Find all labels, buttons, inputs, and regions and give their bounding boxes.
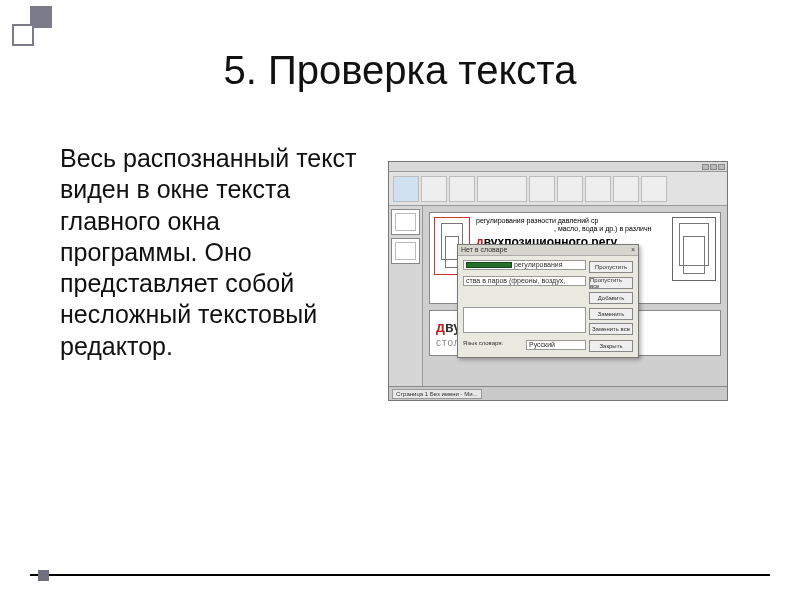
technical-drawing — [672, 217, 716, 281]
toolbar-button[interactable] — [393, 176, 419, 202]
page-thumbnail[interactable] — [391, 209, 420, 235]
document-area: регулирования разности давлений ср , мас… — [423, 206, 727, 386]
toolbar-button[interactable] — [477, 176, 527, 202]
replace-all-button[interactable]: Заменить все — [589, 323, 633, 335]
mark-letter: д — [436, 319, 445, 335]
language-select[interactable]: Русский — [526, 340, 586, 350]
close-button[interactable] — [718, 164, 725, 170]
statusbar: Страница 1 Без имени - Ми... — [389, 386, 727, 400]
app-window: регулирования разности давлений ср , мас… — [388, 161, 728, 401]
dialog-context-field-2[interactable]: ства в паров (фреоны, воздух, масло, вод… — [463, 276, 586, 286]
footer-rule — [30, 574, 770, 576]
maximize-button[interactable] — [710, 164, 717, 170]
spellcheck-dialog: Нет в словаре × регулирования разности д… — [457, 244, 639, 358]
status-chip[interactable]: Страница 1 Без имени - Ми... — [392, 389, 482, 399]
skip-button[interactable]: Пропустить — [589, 261, 633, 273]
content-row: Весь распознанный текст виден в окне тек… — [0, 143, 800, 401]
language-label: Язык словаря: — [463, 340, 523, 353]
toolbar-button[interactable] — [421, 176, 447, 202]
page-thumbnail[interactable] — [391, 238, 420, 264]
thumbnail-panel — [389, 206, 423, 386]
doc-text: регулирования разности давлений ср — [476, 217, 598, 224]
screenshot: регулирования разности давлений ср , мас… — [388, 161, 728, 401]
dialog-context-field[interactable]: регулирования разности давлений сред — [463, 260, 586, 270]
toolbar-button[interactable] — [641, 176, 667, 202]
dialog-close-icon[interactable]: × — [631, 246, 635, 254]
cancel-button[interactable]: Закрыть — [589, 340, 633, 352]
dialog-body: регулирования разности давлений сред Про… — [458, 256, 638, 357]
slide-title: 5. Проверка текста — [0, 48, 800, 93]
doc-text: , масло, вода и др.) в различн — [554, 225, 651, 232]
suggestions-list[interactable] — [463, 307, 586, 333]
dialog-titlebar: Нет в словаре × — [458, 245, 638, 256]
square-outline — [12, 24, 34, 46]
toolbar-button[interactable] — [557, 176, 583, 202]
footer-bullet — [38, 570, 49, 581]
toolbar-button[interactable] — [529, 176, 555, 202]
skip-all-button[interactable]: Пропустить все — [589, 277, 633, 289]
toolbar — [389, 172, 727, 206]
body-text: Весь распознанный текст виден в окне тек… — [60, 143, 360, 362]
toolbar-button[interactable] — [613, 176, 639, 202]
add-button[interactable]: Добавить — [589, 292, 633, 304]
dialog-title-text: Нет в словаре — [461, 246, 507, 254]
toolbar-button[interactable] — [585, 176, 611, 202]
toolbar-button[interactable] — [449, 176, 475, 202]
app-titlebar — [389, 162, 727, 172]
minimize-button[interactable] — [702, 164, 709, 170]
replace-button[interactable]: Заменить — [589, 308, 633, 320]
app-body: регулирования разности давлений ср , мас… — [389, 206, 727, 386]
